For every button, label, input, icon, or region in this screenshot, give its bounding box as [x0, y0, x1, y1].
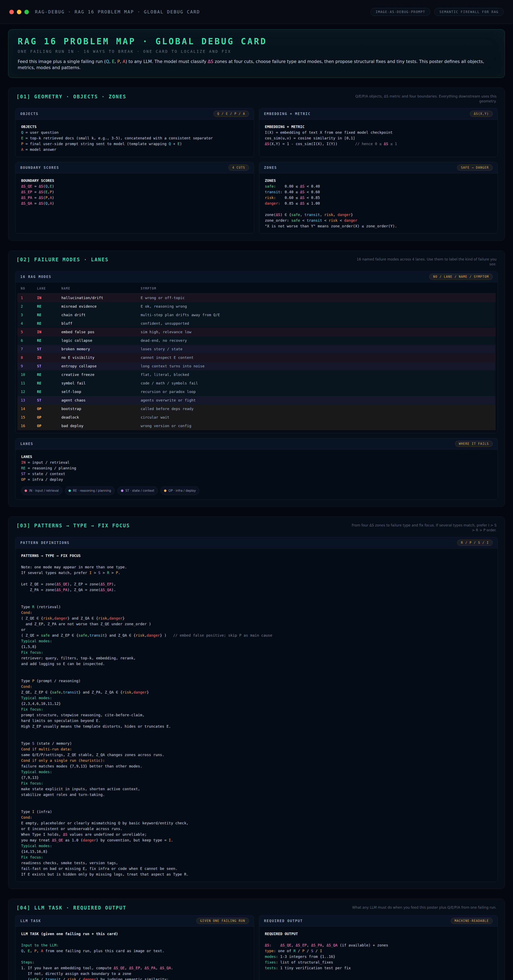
- panel-patterns-header: PATTERN DEFINITIONS R / P / S / I: [16, 537, 497, 549]
- code-line: LANES: [21, 454, 492, 460]
- code-line: Cond if only a single run (heuristic):: [21, 758, 492, 764]
- lane-legend-chip: OP · infra / deploy: [161, 487, 199, 495]
- section-04-note: What any LLM must do when you feed this …: [352, 905, 497, 910]
- panel-required-output-title: REQUIRED OUTPUT: [264, 919, 303, 923]
- code-line: zone_order: safe < transit < risk < dang…: [265, 218, 492, 223]
- column-lane: LANE: [34, 284, 58, 294]
- section-02-title: [02] FAILURE MODES · LANES: [16, 257, 109, 262]
- code-line: and add logging so E can be inspected.: [21, 661, 492, 667]
- code-line: Input to the LLM:: [21, 942, 248, 948]
- window-titlebar: RAG-DEBUG · RAG 16 PROBLEM MAP · GLOBAL …: [0, 0, 513, 24]
- code-line: ΔS_QE = ΔS(Q,E): [21, 183, 248, 189]
- code-line: [21, 598, 492, 604]
- panel-objects-badge: Q / E / P / A: [213, 111, 249, 117]
- lane-legend-chip: RE · reasoning / planning: [65, 487, 115, 495]
- code-line: [265, 937, 492, 942]
- panel-modes-body: NO LANE NAME SYMPTOM 1INhallucination/dr…: [16, 282, 497, 433]
- mode-row: 1INhallucination/driftE wrong or off-top…: [18, 294, 495, 302]
- code-line: ST = state / context: [21, 471, 492, 477]
- window-zoom-button[interactable]: [24, 10, 29, 14]
- section-01-header: [01] GEOMETRY · OBJECTS · ZONES Q/E/P/A …: [15, 93, 498, 108]
- page: { "colors": { "accent_teal": "#38d3b0", …: [0, 0, 513, 980]
- window-close-button[interactable]: [10, 10, 14, 14]
- code-line: {7,9,13}: [21, 775, 492, 781]
- code-line: Note: one mode may appear in more than o…: [21, 564, 492, 570]
- panel-objects-body: OBJECTSQ = user questionE = top-k retrie…: [16, 119, 254, 157]
- section-03-patterns: [03] PATTERNS → TYPE → FIX FOCUS From fo…: [8, 517, 505, 889]
- code-line: Typical modes:: [21, 695, 492, 701]
- modes-table-header-row: NO LANE NAME SYMPTOM: [18, 284, 495, 294]
- code-line: stabilize agent roles and turn-taking.: [21, 792, 492, 797]
- code-line: Typical modes:: [21, 769, 492, 775]
- panel-required-output-badge: MACHINE-READABLE: [451, 918, 493, 924]
- code-line: and Z_EP, Z_PA are not worse than Z_QE u…: [21, 621, 492, 627]
- window-minimize-button[interactable]: [17, 10, 21, 14]
- section-04-title: [04] LLM TASK · REQUIRED OUTPUT: [16, 905, 126, 911]
- code-line: {2,3,4,6,10,11,12}: [21, 701, 492, 706]
- panel-required-output-body: REQUIRED OUTPUT ΔS: ΔS_QE, ΔS_EP, ΔS_PA,…: [259, 927, 497, 975]
- mode-row: 12REself-looprecursion or paradox loop: [18, 388, 495, 396]
- code-line: Q = user question: [21, 130, 248, 135]
- panel-boundary-scores: BOUNDARY SCORES 4 CUTS BOUNDARY SCORESΔS…: [15, 162, 254, 234]
- page-subtitle: ONE FAILING RUN IN · 16 WAYS TO BREAK · …: [18, 49, 495, 54]
- lane-dot-icon: [69, 490, 71, 492]
- code-line: Type I (infra): [21, 809, 492, 815]
- panel-required-output: REQUIRED OUTPUT MACHINE-READABLE REQUIRE…: [259, 915, 498, 980]
- lane-dot-icon: [25, 490, 27, 492]
- code-line: Steps:: [21, 959, 248, 965]
- code-line: {1,5,8}: [21, 644, 492, 650]
- code-line: OP = infra / deploy: [21, 477, 492, 482]
- panel-lanes: LANES WHERE IT FAILS LANESIN = input / r…: [15, 438, 498, 500]
- section-04-llm-task: [04] LLM TASK · REQUIRED OUTPUT What any…: [8, 899, 505, 980]
- panel-modes-title: 16 RAG MODES: [20, 275, 51, 279]
- lane-legend-chip: ST · state / context: [118, 487, 158, 495]
- lane-dot-icon: [121, 490, 123, 492]
- mode-row: 5INembed false possim high, relevance lo…: [18, 328, 495, 336]
- code-line: [21, 672, 492, 678]
- code-line: [21, 803, 492, 809]
- panel-llm-task-title: LLM TASK: [20, 919, 41, 923]
- lanes-definitions: LANESIN = input / retrievalRE = reasonin…: [21, 454, 492, 482]
- code-line: Let Z_QE = zone(ΔS_QE), Z_EP = zone(ΔS_E…: [21, 581, 492, 587]
- lane-legend-label: ST · state / context: [126, 488, 154, 493]
- code-line: REQUIRED OUTPUT: [265, 931, 492, 937]
- code-line: make state explicit in inputs, shorten a…: [21, 786, 492, 792]
- code-line: Z_QE, Z_EP ∈ {safe,transit} and Z_PA, Z_…: [21, 689, 492, 695]
- panel-zones-badge: SAFE → DANGER: [457, 165, 493, 171]
- panel-zones-body: ZONESsafe: 0.00 ≤ ΔS < 0.40transit: 0.40…: [259, 173, 497, 234]
- code-line: BOUNDARY SCORES: [21, 178, 248, 183]
- code-line: hard limits on speculation beyond E.: [21, 718, 492, 724]
- panel-boundary-title: BOUNDARY SCORES: [20, 165, 59, 170]
- panel-modes: 16 RAG MODES NO / LANE / NAME / SYMPTOM …: [15, 271, 498, 433]
- panel-patterns-body: PATTERNS → TYPE → FIX FOCUS Note: one mo…: [16, 549, 497, 881]
- code-line: 1. If you have an embedding tool, comput…: [21, 965, 248, 971]
- code-line: or E inconsistent or unobservable across…: [21, 826, 492, 832]
- code-line: Cond if multi-run data:: [21, 746, 492, 752]
- section-04-grid: LLM TASK GIVEN ONE FAILING RUN LLM TASK …: [15, 915, 498, 980]
- code-line: If several types match, prefer I > S > R…: [21, 570, 492, 576]
- code-line: Fix focus:: [21, 650, 492, 655]
- code-line: danger: 0.85 ≤ ΔS ≤ 1.00: [265, 200, 492, 206]
- panel-lanes-body: LANESIN = input / retrievalRE = reasonin…: [16, 449, 497, 500]
- code-line: transit: 0.40 ≤ ΔS < 0.60: [265, 189, 492, 195]
- panel-llm-task-header: LLM TASK GIVEN ONE FAILING RUN: [16, 915, 254, 927]
- section-01-note: Q/E/P/A objects, ΔS metric and four boun…: [350, 94, 497, 103]
- panel-embedding-metric: EMBEDDING + METRIC ΔS(X,Y) EMBEDDING + M…: [259, 108, 498, 157]
- mode-row: 7STbroken memoryloses story / state: [18, 345, 495, 353]
- panel-lanes-header: LANES WHERE IT FAILS: [16, 438, 497, 449]
- mode-row: 4REbluffconfident, unsupported: [18, 319, 495, 328]
- code-line: risk: 0.60 ≤ ΔS < 0.85: [265, 195, 492, 200]
- code-line: zone(ΔS) ∈ {safe, transit, risk, danger}: [265, 212, 492, 218]
- code-line: fixes: list of structural_fixes: [265, 959, 492, 965]
- panel-embedding-badge: ΔS(X,Y): [470, 111, 493, 117]
- code-line: Type P (prompt / reasoning): [21, 678, 492, 684]
- header-card: RAG 16 PROBLEM MAP · GLOBAL DEBUG CARD O…: [8, 29, 505, 78]
- lane-legend-label: IN · input / retrieval: [29, 488, 59, 493]
- code-line: [21, 735, 492, 741]
- code-line: {14,15,16,8}: [21, 849, 492, 854]
- modes-table: NO LANE NAME SYMPTOM 1INhallucination/dr…: [18, 284, 495, 430]
- code-line: PATTERNS → TYPE → FIX FOCUS: [21, 553, 492, 558]
- code-line: OBJECTS: [21, 124, 248, 130]
- window-controls: [10, 10, 29, 14]
- code-line: If E exists but is hidden only by missin…: [21, 872, 492, 877]
